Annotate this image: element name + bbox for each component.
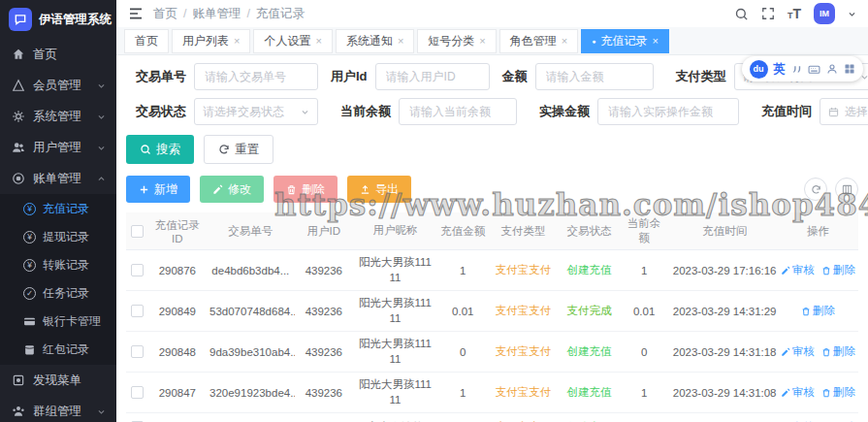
col-header: 交易单号 [207, 224, 295, 239]
tab-short-number-category[interactable]: 短号分类× [417, 29, 496, 53]
refresh-table-icon[interactable] [804, 178, 827, 201]
add-button[interactable]: 新增 [126, 176, 190, 203]
discover-icon [11, 373, 25, 387]
tab-user-list[interactable]: 用户列表× [172, 29, 250, 53]
row-action[interactable]: 审核 [781, 385, 815, 400]
cell-user-id: 439236 [295, 265, 353, 276]
current-balance-input[interactable] [407, 104, 508, 119]
row-action[interactable]: 删除 [801, 304, 835, 318]
reset-button[interactable]: 重置 [204, 135, 273, 164]
col-header: 当前余额 [621, 216, 668, 245]
keyboard-icon[interactable] [808, 63, 820, 76]
sidebar-item-label: 提现记录 [43, 229, 89, 245]
sidebar-item-bankcard-manage[interactable]: 银行卡管理 [0, 308, 116, 336]
transfer-icon: ¥ [23, 259, 36, 272]
cell-recharge-id: 290847 [148, 387, 207, 399]
cell-trade-no: de4bd6b3db4... [207, 265, 295, 276]
chevron-down-icon[interactable] [848, 10, 856, 18]
sidebar-item-withdraw-records[interactable]: ¥ 提现记录 [0, 223, 116, 251]
row-action-label: 删除 [833, 385, 855, 400]
export-button[interactable]: 导出 [347, 176, 411, 203]
cell-current-balance: 1 [621, 265, 668, 276]
close-icon[interactable]: × [479, 35, 485, 47]
app-logo[interactable]: 伊语管理系统 [0, 0, 116, 39]
ime-punctuation-icon[interactable] [791, 64, 802, 75]
row-action-icon [821, 266, 831, 276]
sidebar-item-user[interactable]: 用户管理 [0, 132, 116, 163]
row-checkbox[interactable] [131, 305, 144, 317]
sidebar-item-discover[interactable]: 发现菜单 [0, 365, 116, 396]
sidebar-item-bill[interactable]: 账单管理 [0, 163, 116, 194]
row-checkbox[interactable] [131, 345, 144, 358]
user-icon[interactable] [826, 63, 838, 75]
row-action[interactable]: 删除 [821, 385, 855, 400]
bill-icon [11, 172, 25, 185]
sidebar-item-label: 任务记录 [43, 285, 89, 302]
row-checkbox[interactable] [131, 386, 144, 399]
trade-no-input[interactable] [203, 69, 309, 84]
row-action[interactable]: 审核 [781, 344, 815, 359]
delete-button[interactable]: 删除 [273, 176, 338, 203]
calendar-icon [828, 107, 839, 117]
sidebar-item-task-records[interactable]: ✓ 任务记录 [0, 279, 116, 308]
avatar[interactable]: IM [814, 3, 835, 24]
row-action[interactable]: 审核 [781, 263, 815, 277]
cell-recharge-time: 2023-03-29 14:31:29 [668, 306, 782, 317]
select-all-checkbox[interactable] [131, 225, 144, 238]
row-action[interactable]: 删除 [821, 263, 855, 277]
close-icon[interactable]: × [652, 35, 658, 47]
tab-system-notice[interactable]: 系统通知× [336, 29, 414, 53]
tab-recharge-records[interactable]: ●充值记录× [581, 29, 669, 53]
tab-role-manage[interactable]: 角色管理× [499, 29, 578, 53]
row-action[interactable]: 删除 [821, 344, 855, 359]
sidebar-item-group[interactable]: 群组管理 [0, 396, 116, 422]
cell-recharge-id: 290849 [148, 306, 207, 317]
sidebar-item-system[interactable]: 系统管理 [0, 101, 116, 132]
col-header: 充值时间 [668, 224, 782, 239]
amount-input[interactable] [544, 69, 645, 84]
sidebar-item-member[interactable]: 会员管理 [0, 70, 116, 101]
close-icon[interactable]: × [234, 35, 240, 47]
close-icon[interactable]: × [562, 35, 567, 47]
breadcrumb-item[interactable]: 首页 [153, 6, 177, 22]
tab-profile-settings[interactable]: 个人设置× [253, 29, 332, 53]
actual-amount-input[interactable] [606, 104, 730, 119]
font-size-icon[interactable]: TT [788, 7, 801, 20]
column-settings-icon[interactable] [835, 178, 858, 201]
grid-menu-icon[interactable] [844, 63, 855, 75]
col-header: 交易状态 [558, 224, 620, 239]
sidebar-item-label: 转账记录 [43, 257, 89, 274]
ime-toolbar[interactable]: du 英 [742, 56, 864, 81]
breadcrumb-item[interactable]: 账单管理 [192, 6, 241, 22]
bankcard-icon [23, 315, 36, 328]
users-icon [11, 141, 25, 154]
close-icon[interactable]: × [398, 35, 403, 47]
cell-pay-type: 支付宝支付 [489, 344, 559, 359]
filter-label: 交易单号 [126, 68, 186, 85]
app-root: 伊语管理系统 首页 会员管理 系统管理 用户管理 [0, 0, 868, 422]
row-action-label: 审核 [792, 385, 815, 400]
search-button[interactable]: 搜索 [126, 135, 194, 164]
ime-brand-icon[interactable]: du [750, 60, 768, 79]
breadcrumb-separator: / [183, 7, 186, 20]
sidebar-item-recharge-records[interactable]: ¥ 充值记录 [0, 195, 116, 223]
close-icon[interactable]: × [315, 35, 321, 47]
search-icon[interactable] [734, 7, 749, 21]
row-checkbox[interactable] [131, 264, 144, 276]
edit-button[interactable]: 修改 [200, 176, 264, 203]
sidebar-item-home[interactable]: 首页 [0, 39, 116, 70]
collapse-sidebar-icon[interactable] [128, 6, 144, 21]
content: 交易单号 用户Id 金额 支付类型 请选择支付类型 [116, 55, 868, 422]
sidebar-item-redpacket-records[interactable]: 红包记录 [0, 336, 116, 364]
cell-recharge-time: 2023-03-29 14:31:08 [668, 387, 782, 399]
recharge-time-picker[interactable]: 选择时间 [820, 98, 868, 125]
trade-status-select[interactable]: 请选择交易状态 [194, 98, 318, 125]
sidebar-item-transfer-records[interactable]: ¥ 转账记录 [0, 251, 116, 279]
filter-label: 金额 [502, 68, 528, 85]
tab-home[interactable]: 首页 [124, 29, 169, 53]
ime-language-mode[interactable]: 英 [774, 61, 787, 78]
fullscreen-icon[interactable] [761, 7, 775, 20]
user-id-input[interactable] [384, 69, 481, 84]
gear-icon [11, 110, 25, 123]
col-header: 用户ID [295, 224, 353, 239]
